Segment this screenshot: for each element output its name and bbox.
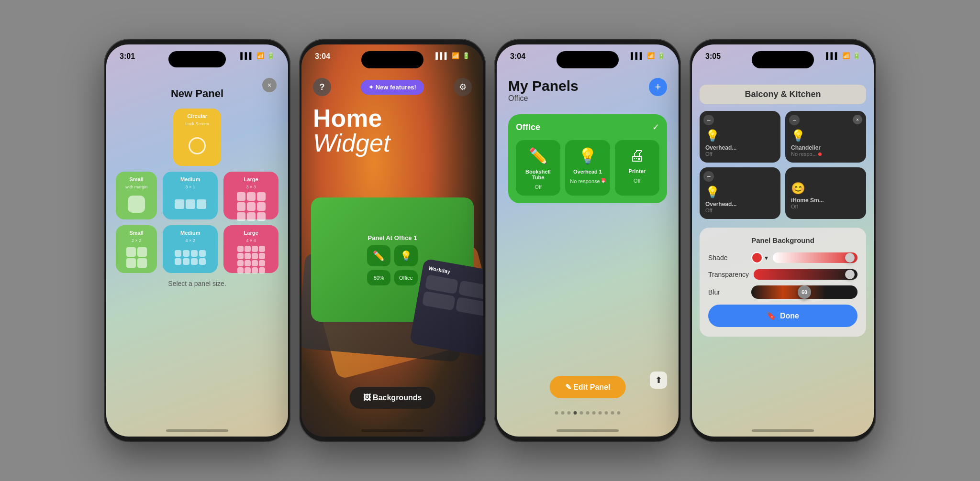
transparency-slider[interactable]	[754, 269, 858, 280]
battery-icon-3: 🔋	[657, 52, 665, 59]
transparency-thumb[interactable]	[845, 270, 855, 279]
question-button[interactable]: ?	[313, 78, 331, 96]
gear-button[interactable]: ⚙	[454, 78, 472, 96]
home-bar-3	[557, 429, 619, 432]
signal-icon-2: ▌▌▌	[435, 52, 449, 59]
battery-icon-1: 🔋	[267, 52, 275, 59]
light-name-2: Chandelier	[791, 144, 860, 151]
light-status-3: Off	[705, 208, 775, 213]
grid-cell	[175, 199, 184, 209]
shade-row: Shade ▾	[708, 252, 858, 263]
checkmark-icon: ✓	[652, 122, 659, 132]
medium-3x1-grid	[175, 199, 206, 209]
large-3x3-grid	[237, 192, 266, 221]
medium-4x2-icon	[175, 246, 206, 269]
light-icon-2: 💡	[791, 129, 860, 142]
widget-item-4: Office	[394, 270, 418, 285]
my-panels-title-group: My Panels Office	[508, 78, 579, 112]
done-button[interactable]: 🔖 Done	[708, 305, 858, 327]
grid-cell	[199, 250, 206, 257]
panel-item-large-4x4[interactable]: Large 4 × 4	[223, 225, 278, 273]
done-icon: 🔖	[767, 311, 776, 320]
stack-container: Panel At Office 1 ✏️ 💡 80% Office Workda…	[306, 197, 479, 350]
shade-dropdown[interactable]: ▾	[751, 252, 768, 263]
panel-background-card: Panel Background Shade ▾	[700, 228, 866, 337]
office-item-bookshelf[interactable]: ✏️ Bookshelf Tube Off	[516, 140, 560, 196]
dot-2	[561, 411, 565, 415]
grid-cell	[237, 202, 245, 211]
grid-cell	[237, 267, 244, 273]
grid-cell	[252, 246, 258, 252]
edit-panel-button[interactable]: ✎ Edit Panel	[550, 376, 626, 398]
panel-sublabel-large2: 4 × 4	[246, 238, 256, 243]
panel-item-circular[interactable]: Circular Lock Screen	[173, 109, 221, 166]
backgrounds-button[interactable]: 🖼 Backgrounds	[350, 387, 435, 409]
balcony-title: Balcony & Kitchen	[700, 85, 866, 104]
office-item-overhead[interactable]: 💡 Overhead 1 No response ●	[565, 140, 610, 196]
error-dot: ●	[601, 178, 605, 182]
panel-label-circular: Circular	[187, 113, 207, 120]
office-subtitle: Office	[508, 94, 579, 103]
minus-icon-2[interactable]: −	[789, 115, 800, 125]
minus-icon-1[interactable]: −	[703, 115, 714, 125]
grid-cell	[237, 253, 244, 259]
status-icons-2: ▌▌▌ 📶 🔋	[435, 52, 470, 59]
panel-sublabel-medium: 3 × 1	[186, 185, 195, 189]
large-4x4-grid	[237, 246, 265, 273]
light-widget-overhead1[interactable]: − 💡 Overhead... Off	[700, 111, 780, 163]
blur-row: Blur 60	[708, 285, 858, 299]
light-widget-ihome[interactable]: 😊 iHome Sm... Off	[785, 167, 866, 219]
panel-item-small-2x2[interactable]: Small 2 × 2	[116, 225, 157, 273]
panel-item-medium-4x2[interactable]: Medium 4 × 2	[163, 225, 218, 273]
grid-cell	[257, 212, 266, 221]
small-2x2-grid	[126, 247, 147, 268]
circular-icon-area	[189, 129, 206, 162]
widget-card-content: Panel At Office 1 ✏️ 💡 80% Office	[367, 234, 417, 285]
light-name-4: iHome Sm...	[791, 197, 860, 204]
grid-cell	[245, 253, 251, 259]
bookshelf-icon: ✏️	[529, 147, 548, 165]
blur-label: Blur	[708, 288, 746, 296]
panel-row-3: Small 2 × 2 Medium	[116, 225, 278, 273]
page-dots	[555, 411, 621, 415]
grid-cell	[247, 202, 256, 211]
minus-icon-3[interactable]: −	[703, 171, 714, 182]
panel-item-medium-3x1[interactable]: Medium 3 × 1	[163, 172, 218, 219]
battery-icon-2: 🔋	[462, 52, 470, 59]
light-widget-overhead2[interactable]: − 💡 Overhead... Off	[700, 167, 780, 219]
medium-4x2-grid	[175, 250, 206, 265]
panel-item-large-3x3[interactable]: Large 3 × 3	[223, 172, 278, 219]
share-button[interactable]: ⬆	[650, 372, 667, 389]
blur-slider[interactable]: 60	[751, 285, 858, 299]
grid-cell	[252, 253, 258, 259]
grid-cell	[252, 260, 258, 266]
phone-2: 3:04 ▌▌▌ 📶 🔋 ? ✦ New features! ⚙ Home Wi…	[299, 39, 486, 442]
add-panel-button[interactable]: +	[649, 78, 667, 96]
wd-cell	[422, 291, 456, 311]
grid-cell	[175, 258, 181, 265]
time-2: 3:04	[315, 52, 330, 61]
grid-cell	[126, 247, 136, 257]
close-button[interactable]: ×	[262, 78, 277, 92]
light-widget-chandelier[interactable]: − × 💡 Chandelier No respo...	[785, 111, 866, 163]
grid-cell	[245, 267, 251, 273]
grid-cell	[247, 192, 256, 201]
office-item-printer[interactable]: 🖨 Printer Off	[615, 140, 659, 196]
overhead-name: Overhead 1	[573, 169, 602, 175]
panel-sublabel-small: with margin	[125, 185, 147, 189]
panel-label-large: Large	[244, 176, 258, 183]
new-features-button[interactable]: ✦ New features!	[361, 80, 424, 95]
home-title-italic: Widget	[313, 131, 472, 155]
phone3-content: My Panels Office + Office ✓ ✏️ Bookshelf…	[497, 78, 679, 203]
blur-thumb[interactable]: 60	[798, 285, 811, 299]
dot-11	[617, 411, 621, 415]
status-icons-4: ▌▌▌ 📶 🔋	[826, 52, 860, 59]
transparency-row: Transparency	[708, 269, 858, 280]
dot-8	[599, 411, 602, 415]
small-icon-area	[128, 192, 145, 216]
panel-item-small-margin[interactable]: Small with margin	[116, 172, 157, 219]
shade-thumb[interactable]	[845, 253, 855, 262]
light-icon-1: 💡	[705, 129, 775, 142]
close-icon-2[interactable]: ×	[853, 115, 862, 124]
shade-slider[interactable]	[773, 252, 858, 263]
